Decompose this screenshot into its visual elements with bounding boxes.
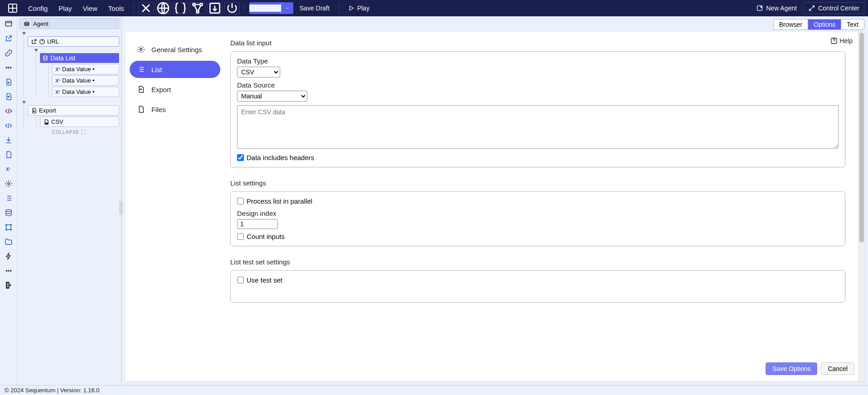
headers-label: Data includes headers	[247, 154, 314, 161]
data-list-input-box: Data Type CSV Data Source Manual Data in…	[230, 51, 845, 167]
section-test-set: List test set settings	[230, 258, 845, 266]
tree-dv2-label: Data Value •	[62, 88, 95, 95]
expand-icon: ⛶	[81, 130, 86, 135]
rail-list-icon[interactable]	[4, 193, 14, 203]
parallel-checkbox-row[interactable]: Process list in parallel	[237, 197, 839, 205]
cancel-button[interactable]: Cancel	[821, 362, 854, 375]
tree-node-data-value-2[interactable]: X¹ Data Value •	[52, 87, 119, 97]
rail-page-icon[interactable]	[4, 150, 14, 160]
svg-text:csv: csv	[45, 122, 48, 124]
rail-dots-icon[interactable]	[4, 63, 14, 73]
publish-button[interactable]: Publish	[249, 2, 293, 14]
design-index-input[interactable]	[237, 219, 278, 229]
separator	[244, 4, 245, 13]
nav-files-label: Files	[151, 106, 166, 113]
svg-point-3	[200, 3, 202, 5]
tree-node-url[interactable]: URL	[28, 36, 119, 47]
rail-download-icon[interactable]	[4, 135, 14, 145]
play-button[interactable]: Play	[344, 3, 374, 14]
testset-checkbox[interactable]	[237, 277, 244, 283]
help-link[interactable]: Help	[830, 37, 853, 44]
seg-browser[interactable]: Browser	[774, 20, 808, 29]
toolbar-braces-icon[interactable]	[173, 2, 188, 14]
toolbar-globe-icon[interactable]	[155, 2, 171, 14]
svg-point-28	[140, 49, 142, 51]
tree-node-data-value-0[interactable]: X¹ Data Value •	[52, 64, 119, 74]
tree-node-csv[interactable]: csv CSV	[40, 117, 119, 127]
vertical-scrollbar[interactable]	[858, 32, 864, 381]
tree-twisty-datalist[interactable]	[34, 48, 39, 53]
svg-point-2	[193, 3, 195, 5]
nav-export[interactable]: Export	[130, 81, 220, 98]
tree-dv1-label: Data Value •	[62, 77, 95, 84]
tree-node-export[interactable]: Export	[28, 105, 119, 116]
control-center-label: Control Center	[818, 5, 859, 12]
data-source-label: Data Source	[237, 81, 839, 89]
rail-database-icon[interactable]	[4, 208, 14, 218]
data-source-select[interactable]: Manual	[237, 91, 307, 102]
nav-general-label: General Settings	[151, 46, 202, 54]
separator	[339, 4, 339, 13]
save-options-button[interactable]: Save Options	[766, 362, 817, 375]
menu-view[interactable]: View	[78, 3, 102, 14]
nav-list-label: List	[151, 66, 162, 73]
new-agent-button[interactable]: New Agent	[752, 3, 801, 14]
toolbar-import-icon[interactable]	[207, 2, 223, 14]
rail-external-icon[interactable]	[4, 34, 14, 44]
rail-file-up-icon[interactable]	[4, 92, 14, 102]
publish-dropdown[interactable]	[281, 2, 293, 14]
tree-collapse-button[interactable]: COLLAPSE ⛶	[19, 128, 119, 137]
rail-x1-icon[interactable]: X¹	[4, 164, 14, 174]
data-type-select[interactable]: CSV	[237, 67, 280, 78]
toolbar-graph-icon[interactable]	[190, 2, 205, 14]
count-checkbox-row[interactable]: Count inputs	[237, 233, 839, 240]
tree-twisty-url[interactable]	[21, 31, 27, 36]
toolbar-tools-icon[interactable]	[138, 2, 154, 14]
seg-options[interactable]: Options	[808, 20, 841, 29]
seg-text[interactable]: Text	[841, 20, 864, 29]
rail-code-icon[interactable]	[4, 106, 14, 116]
nav-general-settings[interactable]: General Settings	[130, 41, 220, 58]
list-settings-box: Process list in parallel Design index Co…	[230, 191, 845, 246]
tree-csv-label: CSV	[51, 118, 63, 125]
testset-label: Use test set	[247, 276, 282, 284]
tree-node-data-list[interactable]: Data List	[40, 53, 119, 63]
parallel-label: Process list in parallel	[247, 197, 312, 205]
rail-exit-icon[interactable]	[4, 280, 14, 290]
csv-data-textarea[interactable]	[237, 105, 839, 149]
nav-files[interactable]: Files	[130, 101, 220, 118]
svg-point-20	[8, 270, 9, 271]
menubar: Config Play View Tools Publish Save Draf…	[0, 0, 868, 16]
menu-play[interactable]: Play	[54, 3, 76, 14]
toolbar-power-icon[interactable]	[224, 2, 240, 14]
rail-window-icon[interactable]	[4, 19, 14, 29]
testset-checkbox-row[interactable]: Use test set	[237, 276, 839, 284]
headers-checkbox-row[interactable]: Data includes headers	[237, 154, 839, 161]
tree-twisty-export[interactable]	[21, 100, 27, 105]
menu-config[interactable]: Config	[24, 3, 52, 14]
nav-list[interactable]: List	[130, 61, 220, 78]
rail-folder-icon[interactable]	[4, 237, 14, 247]
menu-tools[interactable]: Tools	[104, 3, 129, 14]
rail-more-icon[interactable]	[4, 266, 14, 276]
count-checkbox[interactable]	[237, 233, 244, 240]
rail-bolt-icon[interactable]	[4, 251, 14, 261]
rail-link-icon[interactable]	[4, 48, 14, 58]
content-area: Browser Options Text General Settings Li…	[121, 16, 868, 385]
rail-file-down-icon[interactable]	[4, 77, 14, 87]
parallel-checkbox[interactable]	[237, 198, 244, 205]
rail-code2-icon[interactable]	[4, 121, 14, 131]
rail-bounds-icon[interactable]	[4, 222, 14, 232]
control-center-button[interactable]: Control Center	[803, 2, 864, 14]
svg-point-13	[6, 210, 11, 212]
splitter-handle[interactable]	[119, 201, 123, 215]
tree-root-agent[interactable]: Agent	[19, 18, 119, 29]
tree-node-data-value-1[interactable]: X¹ Data Value •	[52, 75, 119, 86]
status-bar: © 2024 Sequentum | Version: 1.16.0	[0, 385, 868, 395]
design-index-label: Design index	[237, 210, 839, 217]
save-draft-button[interactable]: Save Draft	[295, 3, 334, 14]
collapse-label: COLLAPSE	[52, 130, 80, 135]
headers-checkbox[interactable]	[237, 154, 244, 161]
rail-gear-icon[interactable]	[4, 179, 14, 189]
svg-rect-7	[5, 21, 12, 26]
